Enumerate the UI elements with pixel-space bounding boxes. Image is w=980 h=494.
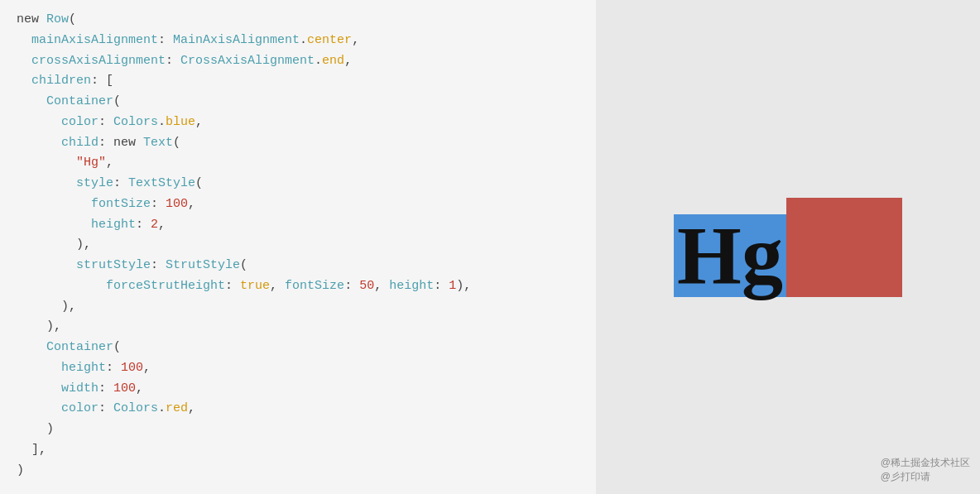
code-line: width: 100,: [17, 379, 579, 400]
code-line: new Row(: [17, 10, 579, 31]
code-line: color: Colors.red,: [17, 399, 579, 420]
code-line: ),: [17, 297, 579, 318]
code-line: strutStyle: StrutStyle(: [17, 256, 579, 276]
code-line: height: 100,: [17, 358, 579, 379]
flutter-preview: Hg: [674, 198, 902, 297]
code-line: style: TextStyle(: [17, 174, 579, 194]
code-line: fontSize: 100,: [17, 194, 579, 215]
red-container: [786, 198, 902, 297]
code-line: children: [: [17, 71, 579, 92]
code-line: "Hg",: [17, 153, 579, 174]
code-line: ): [17, 420, 579, 440]
code-line: color: Colors.blue,: [17, 113, 579, 133]
code-line: ),: [17, 235, 579, 256]
code-line: Container(: [17, 92, 579, 113]
code-line: child: new Text(: [17, 133, 579, 154]
code-line: ),: [17, 317, 579, 338]
code-line: crossAxisAlignment: CrossAxisAlignment.e…: [17, 51, 579, 72]
code-line: mainAxisAlignment: MainAxisAlignment.cen…: [17, 31, 579, 51]
code-line: ],: [17, 440, 579, 461]
code-line: ): [17, 461, 579, 482]
code-container: new Row( mainAxisAlignment: MainAxisAlig…: [17, 10, 579, 481]
hg-text: Hg: [677, 214, 783, 297]
code-line: forceStrutHeight: true, fontSize: 50, he…: [17, 276, 579, 297]
code-panel: new Row( mainAxisAlignment: MainAxisAlig…: [0, 0, 596, 494]
blue-container: Hg: [674, 214, 786, 297]
code-line: Container(: [17, 338, 579, 358]
watermark: @稀土掘金技术社区 @彡打印请: [881, 456, 970, 484]
code-line: height: 2,: [17, 215, 579, 236]
preview-panel: Hg @稀土掘金技术社区 @彡打印请: [596, 0, 980, 494]
